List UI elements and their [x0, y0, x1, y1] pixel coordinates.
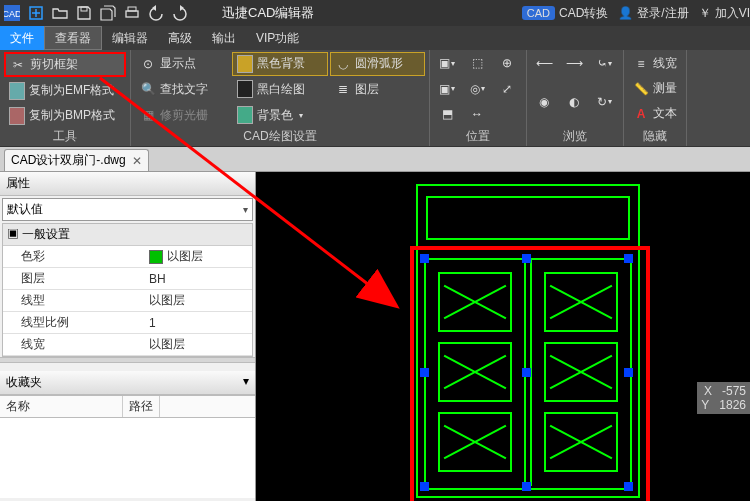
user-icon: 👤	[618, 6, 633, 20]
ribbon-group-cad: ⊙显示点 黑色背景 ◡圆滑弧形 🔍查找文字 黑白绘图 ≣图层 ▦修剪光栅 背景色…	[131, 50, 430, 146]
cad-badge: CAD	[522, 6, 555, 20]
close-icon[interactable]: ✕	[132, 154, 142, 168]
selection-handle[interactable]	[420, 254, 429, 263]
pos-btn-4[interactable]: ▣▾	[434, 78, 460, 100]
general-section[interactable]: ▣ 一般设置	[3, 224, 252, 246]
coordinate-readout: X-575 Y1826	[697, 382, 750, 414]
copy-bmp-button[interactable]: 复制为BMP格式	[4, 104, 124, 127]
clip-frame-button[interactable]: ✂剪切框架	[4, 52, 126, 77]
pos-btn-6[interactable]: ⤢	[494, 78, 520, 100]
selection-handle[interactable]	[624, 482, 633, 491]
selection-handle[interactable]	[624, 254, 633, 263]
linewidth-icon: ≡	[633, 56, 649, 72]
print-icon[interactable]	[121, 3, 143, 23]
copy-emf-button[interactable]: 复制为EMF格式	[4, 79, 124, 102]
app-title: 迅捷CAD编辑器	[222, 4, 314, 22]
pos-btn-1[interactable]: ▣▾	[434, 52, 460, 74]
new-icon[interactable]	[25, 3, 47, 23]
panel-divider[interactable]	[0, 357, 255, 363]
fav-col-name[interactable]: 名称	[0, 396, 123, 417]
cad-panel	[438, 342, 512, 402]
document-tab-label: CAD设计双扇门-.dwg	[11, 152, 126, 169]
saveall-icon[interactable]	[97, 3, 119, 23]
open-icon[interactable]	[49, 3, 71, 23]
smooth-arc-button[interactable]: ◡圆滑弧形	[330, 52, 425, 76]
trim-raster-button: ▦修剪光栅	[135, 103, 230, 127]
copy-bmp-label: 复制为BMP格式	[29, 107, 115, 124]
ribbon-caption-hide: 隐藏	[628, 127, 682, 146]
selection-handle[interactable]	[522, 254, 531, 263]
color-swatch	[149, 250, 163, 264]
ribbon-group-hide: ≡线宽 📏测量 A文本 隐藏	[624, 50, 687, 146]
prop-row-layer[interactable]: 图层BH	[3, 268, 252, 290]
layers-button[interactable]: ≣图层	[330, 78, 425, 102]
bg-color-button[interactable]: 背景色▾	[232, 103, 327, 127]
menu-vip[interactable]: VIP功能	[246, 26, 309, 50]
fav-col-path[interactable]: 路径	[123, 396, 160, 417]
ruler-icon: 📏	[633, 81, 649, 97]
bw-drawing-button[interactable]: 黑白绘图	[232, 78, 327, 102]
pos-btn-8[interactable]: ↔	[464, 103, 490, 125]
pos-btn-2[interactable]: ⬚	[464, 52, 490, 74]
property-grid: ▣ 一般设置 色彩以图层 图层BH 线型以图层 线型比例1 线宽以图层	[2, 223, 253, 357]
ribbon-caption-position: 位置	[434, 127, 522, 146]
arc-icon: ◡	[335, 56, 351, 72]
linewidth-button[interactable]: ≡线宽	[628, 52, 682, 75]
selection-handle[interactable]	[420, 368, 429, 377]
cad-transom	[426, 196, 630, 240]
view-btn-1[interactable]: ⟵	[531, 52, 557, 74]
view-btn-6[interactable]: ↻▾	[591, 91, 617, 113]
text-icon: A	[633, 106, 649, 122]
favorites-title: 收藏夹 ▾	[0, 371, 255, 395]
pos-btn-7[interactable]: ⬒	[434, 103, 460, 125]
black-bg-button[interactable]: 黑色背景	[232, 52, 327, 76]
menu-file[interactable]: 文件	[0, 26, 44, 50]
emf-icon	[9, 83, 25, 99]
menu-output[interactable]: 输出	[202, 26, 246, 50]
menu-editor[interactable]: 编辑器	[102, 26, 158, 50]
left-panel: 属性 默认值 ▾ ▣ 一般设置 色彩以图层 图层BH 线型以图层 线型比例1 线…	[0, 172, 256, 501]
bgcolor-icon	[237, 107, 253, 123]
view-btn-3[interactable]: ⤿▾	[591, 52, 617, 74]
vip-join-link[interactable]: 加入VI	[715, 5, 750, 22]
view-btn-4[interactable]: ◉	[531, 91, 557, 113]
bmp-icon	[9, 108, 25, 124]
find-text-button[interactable]: 🔍查找文字	[135, 78, 230, 102]
cad-convert-link[interactable]: CAD转换	[559, 5, 608, 22]
prop-row-lineweight[interactable]: 线宽以图层	[3, 334, 252, 356]
menu-advanced[interactable]: 高级	[158, 26, 202, 50]
black-bg-icon	[237, 56, 253, 72]
selection-handle[interactable]	[522, 482, 531, 491]
prop-row-linetype[interactable]: 线型以图层	[3, 290, 252, 312]
clip-frame-label: 剪切框架	[30, 56, 78, 73]
selection-handle[interactable]	[420, 482, 429, 491]
redo-icon[interactable]	[169, 3, 191, 23]
login-link[interactable]: 登录/注册	[637, 5, 688, 22]
pos-btn-5[interactable]: ◎▾	[464, 78, 490, 100]
selection-handle[interactable]	[522, 368, 531, 377]
prop-row-ltscale[interactable]: 线型比例1	[3, 312, 252, 334]
copy-emf-label: 复制为EMF格式	[29, 82, 114, 99]
default-value-combo[interactable]: 默认值 ▾	[2, 198, 253, 221]
ribbon: ✂剪切框架 复制为EMF格式 复制为BMP格式 工具 ⊙显示点 黑色背景 ◡圆滑…	[0, 50, 750, 147]
search-icon: 🔍	[140, 81, 156, 97]
text-button[interactable]: A文本	[628, 102, 682, 125]
menu-viewer[interactable]: 查看器	[44, 26, 102, 50]
bw-icon	[237, 81, 253, 97]
show-points-button[interactable]: ⊙显示点	[135, 52, 230, 76]
save-icon[interactable]	[73, 3, 95, 23]
ribbon-caption-tools: 工具	[4, 127, 126, 146]
chevron-down-icon[interactable]: ▾	[243, 374, 249, 388]
view-btn-2[interactable]: ⟶	[561, 52, 587, 74]
svg-rect-4	[126, 11, 138, 17]
pos-btn-3[interactable]: ⊕	[494, 52, 520, 74]
prop-row-color[interactable]: 色彩以图层	[3, 246, 252, 268]
drawing-canvas[interactable]: X-575 Y1826	[256, 172, 750, 501]
undo-icon[interactable]	[145, 3, 167, 23]
selection-handle[interactable]	[624, 368, 633, 377]
view-btn-5[interactable]: ◐	[561, 91, 587, 113]
document-tab[interactable]: CAD设计双扇门-.dwg ✕	[4, 149, 149, 171]
favorites-header: 名称 路径	[0, 395, 255, 418]
measure-button[interactable]: 📏测量	[628, 77, 682, 100]
menu-bar: 文件 查看器 编辑器 高级 输出 VIP功能	[0, 26, 750, 50]
